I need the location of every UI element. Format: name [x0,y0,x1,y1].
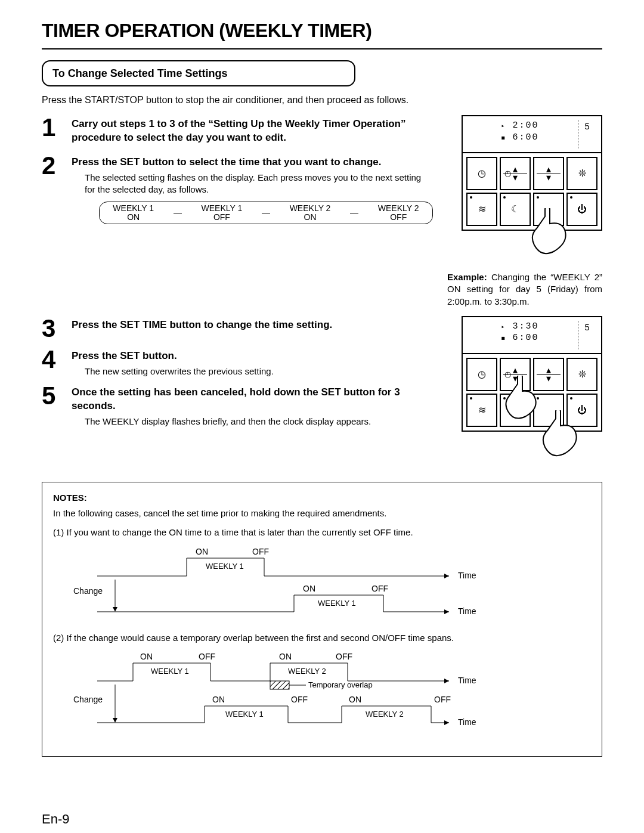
axis-label: Time [458,571,476,580]
lcd-day: 5 [578,321,596,349]
timing-diagram-1: Time ON OFF WEEKLY 1 Change Time ON OFF … [67,546,591,624]
step-number: 4 [42,347,63,377]
svg-text:WEEKLY 2: WEEKLY 2 [288,667,326,676]
clock-icon: ◷ [478,167,486,180]
hand-pointer-illustration [447,222,602,268]
section-heading: To Change Selected Time Settings [42,60,355,86]
step-title: Press the SET button to select the time … [72,156,433,169]
svg-text:Change: Change [73,586,103,596]
step-2: 2 Press the SET button to select the tim… [42,153,433,224]
lcd-line: ▸ 3:30 [467,321,572,333]
svg-text:OFF: OFF [371,584,388,593]
svg-text:OFF: OFF [434,695,451,704]
panel-button: ▴▾◷ [500,157,531,190]
lead-text: Press the START/STOP button to stop the … [42,94,602,107]
step-description: The WEEKLY display flashes briefly, and … [72,416,433,428]
notes-heading: NOTES: [53,492,591,504]
lcd-line: ◼ 6:00 [467,332,572,344]
svg-text:WEEKLY 1: WEEKLY 1 [318,599,356,608]
svg-marker-11 [113,607,117,612]
cycle-diagram: WEEKLY 1ON WEEKLY 1OFF WEEKLY 2ON WEEKLY… [99,202,433,224]
step-1: 1 Carry out steps 1 to 3 of the “Setting… [42,115,433,147]
svg-text:ON: ON [140,652,153,661]
wave-icon: ≋ [478,203,486,216]
panel-button: ≋ [466,394,497,427]
cycle-label: WEEKLY 2 [378,204,419,213]
svg-text:OFF: OFF [291,695,308,704]
notes-item-1: (1) If you want to change the ON time to… [53,527,591,538]
panel-button: ≋ [466,193,497,226]
svg-text:Time: Time [458,606,476,616]
svg-marker-45 [113,718,117,723]
step-number: 2 [42,153,63,224]
step-number: 5 [42,383,63,428]
example-caption: Example: Changing the “WEEKLY 2” ON sett… [447,271,602,308]
step-4: 4 Press the SET button. The new setting … [42,347,433,377]
lcd-day: 5 [578,120,596,148]
svg-marker-5 [444,574,449,578]
cycle-label: WEEKLY 2 [290,204,331,213]
panel-button: ❊ [566,358,597,391]
crescent-icon: ☾ [511,203,519,216]
page-title: TIMER OPERATION (WEEKLY TIMER) [42,18,602,44]
down-icon: ▾ [546,171,551,184]
step-number: 1 [42,115,63,147]
notes-item-2: (2) If the change would cause a temporar… [53,632,591,644]
svg-text:ON: ON [349,695,361,704]
step-5: 5 Once the setting has been canceled, ho… [42,383,433,428]
notes-box: NOTES: In the following cases, cancel th… [42,482,602,757]
step-description: The selected setting flashes on the disp… [72,172,433,196]
cycle-label: WEEKLY 1 [202,204,243,213]
svg-marker-17 [444,609,449,614]
svg-text:ON: ON [196,547,208,556]
page-number: En-9 [42,810,602,828]
example-label: Example: [447,272,487,282]
step-number: 3 [42,316,63,341]
clock-icon: ◷ [478,368,486,381]
panel-button: ▴▾ [533,157,564,190]
svg-marker-55 [444,720,449,725]
cycle-label: WEEKLY 1 [113,204,154,213]
divider [42,48,602,49]
fan-icon: ❊ [578,167,586,180]
svg-text:WEEKLY 1: WEEKLY 1 [225,710,264,719]
svg-text:OFF: OFF [252,547,269,556]
svg-marker-31 [444,679,449,683]
down-icon: ▾ [513,171,518,184]
notes-intro: In the following cases, cancel the set t… [53,507,591,519]
lcd-line: ◼ 6:00 [467,132,572,144]
step-title: Carry out steps 1 to 3 of the “Setting U… [72,117,433,145]
step-title: Once the setting has been canceled, hold… [72,386,433,413]
svg-text:Time: Time [458,717,476,727]
lcd-line: ▸ 2:00 [467,120,572,132]
panel-button: ❊ [566,157,597,190]
svg-text:ON: ON [212,695,225,704]
svg-text:WEEKLY 2: WEEKLY 2 [366,710,404,719]
svg-text:OFF: OFF [199,652,215,661]
clock-icon: ◷ [504,168,511,179]
wave-icon: ≋ [478,404,486,417]
step-3: 3 Press the SET TIME button to change th… [42,316,433,341]
timing-diagram-2: Time ON OFF ON OFF WEEKLY 1 WEEKLY 2 Tem… [67,651,591,735]
svg-text:Change: Change [73,695,103,704]
fan-icon: ❊ [578,368,586,381]
svg-text:WEEKLY 1: WEEKLY 1 [206,562,244,571]
svg-text:WEEKLY 1: WEEKLY 1 [151,667,189,676]
svg-text:ON: ON [303,584,315,593]
step-description: The new setting overwrites the previous … [72,366,433,377]
hand-pointer-illustration [447,423,602,469]
step-title: Press the SET button. [72,349,433,363]
panel-button: ◷ [466,358,497,391]
svg-text:Temporary overlap: Temporary overlap [308,680,373,689]
svg-rect-40 [270,681,289,689]
step-title: Press the SET TIME button to change the … [72,318,433,332]
svg-text:Time: Time [458,676,476,685]
svg-text:ON: ON [279,652,292,661]
panel-button: ◷ [466,157,497,190]
svg-text:OFF: OFF [336,652,352,661]
